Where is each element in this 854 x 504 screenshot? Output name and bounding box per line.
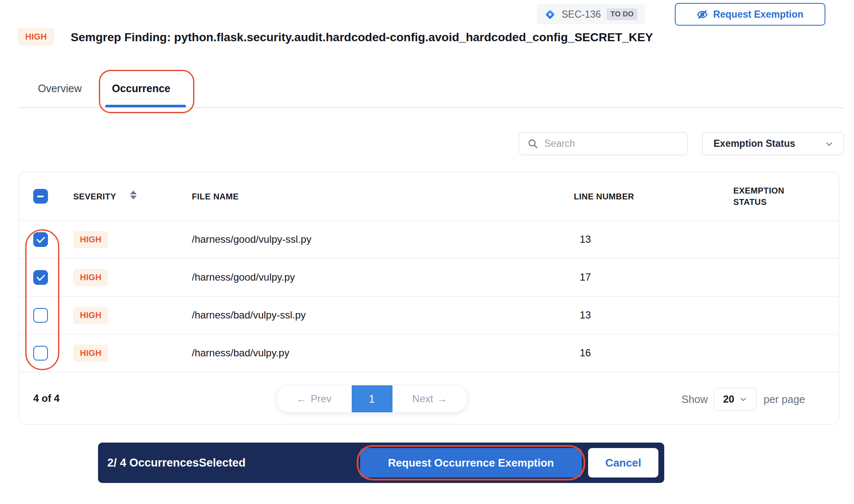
row-severity-badge: HIGH xyxy=(73,345,108,362)
request-occurrence-exemption-button[interactable]: Request Occurrence Exemption xyxy=(360,448,582,477)
page-title: Semgrep Finding: python.flask.security.a… xyxy=(71,31,653,44)
table-row: HIGH /harness/good/vulpy.py 17 xyxy=(19,258,839,296)
left-arrow-icon: ← xyxy=(297,393,307,405)
sort-icon[interactable] xyxy=(130,191,137,199)
selection-action-bar: 2/ 4 OccurrencesSelected Request Occurre… xyxy=(98,443,664,483)
table-body: HIGH /harness/good/vulpy-ssl.py 13 HIGH … xyxy=(19,220,839,372)
search-input[interactable] xyxy=(544,138,679,149)
chevron-down-icon xyxy=(824,139,834,149)
next-page-button[interactable]: Next → xyxy=(393,385,468,412)
table-pagination-row: 4 of 4 ← Prev 1 Next → Show 20 per page xyxy=(19,372,839,425)
row-line-number: 13 xyxy=(580,233,591,245)
jira-icon xyxy=(544,9,556,20)
current-page-button[interactable]: 1 xyxy=(352,385,393,412)
table-header-row: SEVERITY FILE NAME LINE NUMBER EXEMPTION… xyxy=(19,172,839,220)
search-icon xyxy=(528,138,538,149)
row-line-number: 13 xyxy=(580,309,591,321)
row-severity-badge: HIGH xyxy=(73,307,108,324)
chevron-down-icon xyxy=(739,395,748,403)
row-file-name: /harness/bad/vulpy.py xyxy=(192,347,289,359)
row-file-name: /harness/bad/vulpy-ssl.py xyxy=(192,309,306,321)
row-checkbox[interactable] xyxy=(33,270,48,285)
column-header-severity[interactable]: SEVERITY xyxy=(73,192,116,202)
cancel-button[interactable]: Cancel xyxy=(588,448,658,477)
request-exemption-button[interactable]: Request Exemption xyxy=(675,3,825,26)
prev-page-button[interactable]: ← Prev xyxy=(276,385,352,412)
row-line-number: 16 xyxy=(580,347,591,359)
page-size-select[interactable]: 20 xyxy=(714,388,757,411)
finding-severity-badge: HIGH xyxy=(18,28,54,46)
row-severity-badge: HIGH xyxy=(73,231,108,248)
exemption-status-filter-label: Exemption Status xyxy=(713,138,795,149)
next-label: Next xyxy=(412,393,433,405)
tabs-divider xyxy=(19,107,843,108)
jira-ticket-badge[interactable]: SEC-136 TO DO xyxy=(537,4,645,24)
tab-overview[interactable]: Overview xyxy=(38,82,82,95)
jira-issue-key: SEC-136 xyxy=(562,9,601,20)
column-header-line-number: LINE NUMBER xyxy=(574,192,634,202)
row-file-name: /harness/good/vulpy-ssl.py xyxy=(192,233,311,245)
tab-occurrence[interactable]: Occurrence xyxy=(112,82,170,95)
row-line-number: 17 xyxy=(580,271,591,283)
page-size-value: 20 xyxy=(723,393,735,405)
table-row: HIGH /harness/bad/vulpy-ssl.py 13 xyxy=(19,296,839,334)
row-severity-badge: HIGH xyxy=(73,269,108,286)
row-checkbox[interactable] xyxy=(33,346,48,361)
row-checkbox[interactable] xyxy=(33,232,48,247)
exemption-status-filter[interactable]: Exemption Status xyxy=(702,132,844,155)
right-arrow-icon: → xyxy=(437,393,447,405)
show-label: Show xyxy=(682,393,708,406)
selection-summary: 2/ 4 OccurrencesSelected xyxy=(107,456,246,470)
column-header-exemption-status: EXEMPTION STATUS xyxy=(733,185,805,208)
column-header-file-name: FILE NAME xyxy=(192,192,239,202)
pager: ← Prev 1 Next → xyxy=(276,385,468,413)
eye-off-icon xyxy=(697,9,708,20)
table-row: HIGH /harness/good/vulpy-ssl.py 13 xyxy=(19,220,839,258)
row-checkbox[interactable] xyxy=(33,308,48,323)
pagination-range-label: 4 of 4 xyxy=(33,393,60,404)
prev-label: Prev xyxy=(311,393,332,405)
jira-status-badge: TO DO xyxy=(607,8,637,20)
request-exemption-label: Request Exemption xyxy=(713,9,804,20)
table-row: HIGH /harness/bad/vulpy.py 16 xyxy=(19,334,839,372)
search-input-wrapper xyxy=(519,132,688,155)
occurrences-table: SEVERITY FILE NAME LINE NUMBER EXEMPTION… xyxy=(19,172,839,424)
row-file-name: /harness/good/vulpy.py xyxy=(192,271,295,283)
per-page-label: per page xyxy=(764,393,805,406)
select-all-checkbox[interactable] xyxy=(33,189,48,204)
